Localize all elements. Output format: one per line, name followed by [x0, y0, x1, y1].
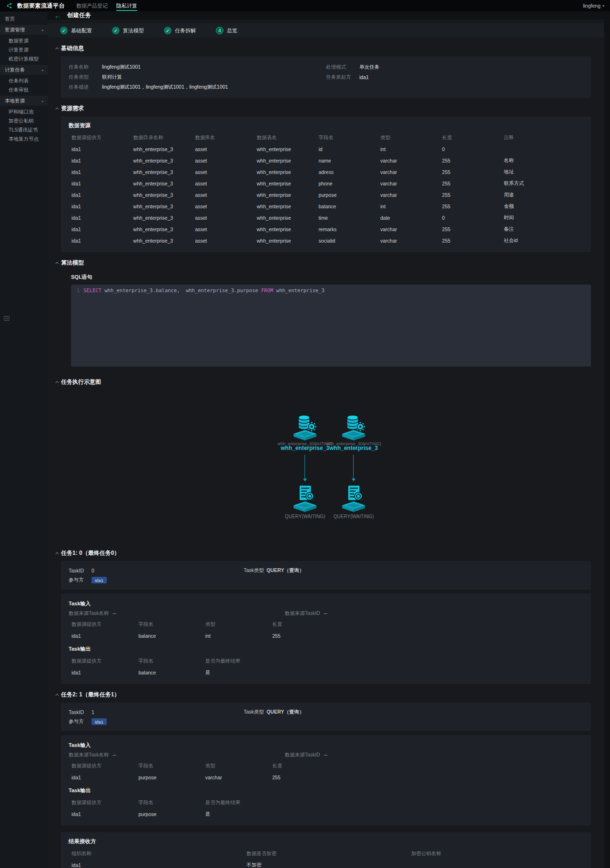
flow-arrow — [353, 455, 354, 480]
column-header: 加密公钥名称 — [408, 848, 583, 859]
output-table-header: 数据源提供方字段名是否为最终结果 — [69, 655, 583, 667]
field-value: 联邦计算 — [102, 74, 122, 81]
sidebar-item[interactable]: 计算资源 — [0, 45, 48, 54]
query-node-label: QUERY(WAITING) — [296, 514, 411, 519]
diagram-title-row[interactable]: 任务执行示意图 — [55, 378, 597, 386]
table-row: ida1 whh_enterprise_3 asset whh_enterpri… — [69, 224, 583, 235]
cell-field: phone — [315, 178, 377, 189]
algorithm-title-row[interactable]: 算法模型 — [55, 259, 597, 267]
output-table-body: ida1 purpose 是 — [69, 808, 583, 820]
input-table-body: ida1 balance int 255 — [69, 630, 583, 642]
task1-io-panel: Task输入 数据来源Task名称-- 数据来源TaskID-- 数据源提供方字… — [61, 593, 591, 684]
cell-database: asset — [192, 155, 254, 166]
cell-type: int — [377, 201, 439, 212]
cell-database: asset — [192, 166, 254, 178]
field-label: 处理模式 — [326, 64, 359, 71]
cell-field: balance — [315, 201, 377, 212]
field-row: 任务发起方 ida1 — [326, 72, 583, 82]
cell-provider: ida1 — [69, 212, 131, 224]
field-row: 处理模式 单次任务 — [326, 62, 583, 72]
column-header: 是否为最终结果 — [203, 655, 583, 667]
input-table-body: ida1 purpose varchar 255 — [69, 772, 583, 783]
user-menu[interactable]: lingfeng ▾ — [583, 3, 604, 9]
field-row: 任务名称 lingfeng测试1001 — [69, 62, 326, 72]
node-name-label: whh_enterprise_3 — [296, 445, 411, 451]
column-header: 注释 — [501, 132, 583, 143]
cell-type: int — [377, 143, 439, 155]
cell-database: asset — [192, 189, 254, 201]
field-value: lingfeng测试1001，lingfeng测试1001，lingfeng测试… — [102, 84, 228, 91]
sidebar-item[interactable]: 任务列表 — [0, 76, 48, 85]
column-header: 字段名 — [315, 132, 377, 143]
cell-comment: 用途 — [501, 189, 583, 201]
top-nav: 数据产品登记 隐私计算 — [76, 0, 137, 11]
sidebar-item[interactable]: IP和端口池 — [0, 107, 48, 116]
basic-info-panel: 任务名称 lingfeng测试1001 任务类型 联邦计算 — [61, 56, 591, 98]
cell-type: int — [203, 630, 269, 642]
task1-input-table: 数据源提供方字段名类型长度 ida1 balance int 255 — [69, 619, 583, 642]
sidebar-collapse-icon[interactable] — [4, 315, 10, 323]
sidebar-group-compute-tasks[interactable]: 计算任务 ▴ — [0, 65, 48, 75]
step-task-split[interactable]: ✓ 任务拆解 — [164, 27, 196, 34]
sidebar-item[interactable]: TLS通讯证书 — [0, 125, 48, 134]
cell-type: varchar — [377, 235, 439, 246]
cell-table: whh_enterprise — [254, 235, 316, 246]
task2-title-row[interactable]: 任务2: 1（最终任务1） — [55, 691, 597, 699]
cell-length: 255 — [439, 224, 501, 235]
column-header: 类型 — [203, 760, 269, 772]
cell-database: asset — [192, 224, 254, 235]
cell-is-final: 是 — [203, 667, 583, 678]
source-node-2[interactable] — [338, 412, 369, 444]
collapse-chevron-icon — [55, 381, 59, 384]
column-header: 数据源提供方 — [69, 132, 131, 143]
basic-info-title-row[interactable]: 基础信息 — [55, 44, 597, 52]
document-search-icon — [290, 483, 320, 514]
tab-private-compute[interactable]: 隐私计算 — [116, 0, 137, 11]
tab-data-product-registry[interactable]: 数据产品登记 — [76, 0, 108, 11]
cell-type: varchar — [377, 155, 439, 166]
cell-comment: 金额 — [501, 201, 583, 212]
input-table-header: 数据源提供方字段名类型长度 — [69, 760, 583, 772]
section-algorithm: 算法模型 SQL语句 1 SELECT whh_enterprise_3.bal… — [48, 259, 604, 367]
page-header: ← 创建任务 — [48, 11, 610, 20]
query-node-2[interactable] — [338, 483, 369, 516]
cell-field: remarks — [315, 224, 377, 235]
source-node-1[interactable] — [290, 412, 320, 444]
column-header: 数据源提供方 — [69, 797, 135, 808]
sidebar-item[interactable]: 本地算力节点 — [0, 134, 48, 143]
cell-is-final: 是 — [203, 808, 583, 820]
column-header: 类型 — [377, 132, 439, 143]
sidebar-group-resource-mgmt[interactable]: 资源管理 ▴ — [0, 25, 48, 35]
task1-title-row[interactable]: 任务1: 0（最终任务0） — [55, 549, 597, 557]
resources-title-row[interactable]: 资源需求 — [55, 104, 597, 112]
sidebar-item-home[interactable]: 首页 — [0, 14, 48, 23]
cell-field: balance — [135, 630, 202, 642]
step-algorithm-model[interactable]: ✓ 算法模型 — [112, 27, 144, 34]
query-node-1[interactable] — [290, 483, 320, 516]
sql-code: SELECT whh_enterprise_3.balance, whh_ent… — [83, 285, 325, 367]
cell-table: whh_enterprise — [254, 201, 316, 212]
step-basic-config[interactable]: ✓ 基础配置 — [60, 27, 92, 34]
cell-field: socialid — [315, 235, 377, 246]
sidebar-item[interactable]: 任务审批 — [0, 85, 48, 94]
sidebar-item[interactable]: 加密公私钥 — [0, 116, 48, 125]
src-task-name: 数据来源Task名称-- — [69, 610, 285, 617]
user-name: lingfeng — [583, 3, 600, 9]
cell-provider: ida1 — [69, 630, 135, 642]
step-overview[interactable]: 4 总览 — [216, 27, 237, 34]
page-content: ✓ 基础配置 ✓ 算法模型 ✓ 任务拆解 4 总览 — [48, 20, 610, 868]
back-arrow-icon[interactable]: ← — [54, 12, 61, 19]
document-search-icon — [338, 483, 369, 514]
sql-editor[interactable]: 1 SELECT whh_enterprise_3.balance, whh_e… — [71, 285, 591, 367]
section-title: 任务1: 0（最终任务0） — [61, 549, 120, 557]
sidebar-item[interactable]: 数据资源 — [0, 36, 48, 45]
sidebar-item[interactable]: 机密计算模型 — [0, 54, 48, 63]
field-value: ida1 — [359, 74, 369, 80]
step-number: 4 — [216, 27, 224, 34]
party-label: 参与方 — [69, 718, 92, 725]
task2-output-table: 数据源提供方字段名是否为最终结果 ida1 purpose 是 — [69, 797, 583, 820]
task-output-title: Task输出 — [69, 787, 583, 794]
sidebar-group-local-resources[interactable]: 本地资源 ▴ — [0, 96, 48, 106]
basic-info-left: 任务名称 lingfeng测试1001 任务类型 联邦计算 — [69, 62, 326, 92]
sidebar-group-resource-mgmt-items: 数据资源计算资源机密计算模型 — [0, 36, 48, 63]
